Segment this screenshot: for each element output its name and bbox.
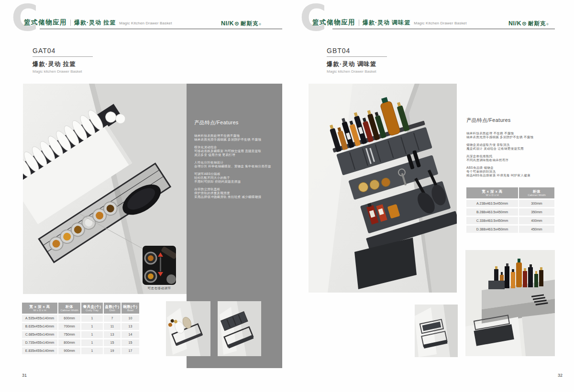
- table-cell: C.338x463.5x450mm: [466, 217, 518, 224]
- table-cell: 700mm: [58, 323, 80, 330]
- table-header-en: W x D x H: [466, 194, 518, 197]
- table-cell: E.835x455x140mm: [22, 348, 57, 354]
- features-list: 纳米科技表面处理 不生锈 不腐蚀 纳米表面光滑手感细腻 多层防护不生锈 不腐蚀储…: [466, 131, 555, 177]
- header-divider: [70, 20, 71, 26]
- table-header-cell: 柜体 Cabinet Width: [519, 187, 554, 198]
- features-right: 产品特点/Features 纳米科技表面处理 不生锈 不腐蚀 纳米表面光滑手感细…: [466, 117, 555, 181]
- features-title: 产品特点/Features: [194, 120, 276, 126]
- header-subtitle-en: Magic Kitchen Drawer Basket: [119, 21, 172, 25]
- table-header-row: 宽 x 深 x 高 W x D x H 柜体 Cabinet Width: [466, 187, 554, 198]
- table-header-en: W x D x H: [22, 309, 57, 312]
- registered-mark: ®: [259, 23, 261, 26]
- table-header-cn: 宽 x 深 x 高: [22, 305, 57, 309]
- product-code-rule: [327, 56, 387, 57]
- table-header-en: Bowl: [121, 309, 139, 312]
- table-cell: B.288x463.5x450mm: [466, 208, 518, 216]
- table-row: D.735x455x140mm 800mm 1 15 15: [22, 339, 139, 346]
- table-cell: 1: [81, 348, 103, 354]
- feature-block: 模块化灵动组合 可移动底板及碗碟架 均可独立使用 且随意提取 灵活多变 使用方便…: [194, 145, 276, 157]
- table-header-row: 宽 x 深 x 高 W x D x H 柜体 Cabinet Width 餐具盒…: [22, 303, 139, 314]
- table-cell: 450mm: [519, 226, 554, 233]
- table-header-cn: 柜体: [519, 189, 554, 194]
- table-cell: 1: [81, 331, 103, 338]
- table-cell: 17: [121, 348, 139, 354]
- product-block-left: GAT04 爆款·灵动 拉篮 Magic kitchen Drawer Bask…: [33, 47, 93, 74]
- feature-block: 纳米科技表面处理 不生锈 不腐蚀 纳米表面光滑手感细腻 多层防护不生锈 不腐蚀: [466, 131, 555, 139]
- table-header-cn: 盘数(个): [104, 305, 121, 309]
- logo-o-icon: ⊙: [234, 20, 239, 27]
- product-block-right: GBT04 爆款·灵动 调味篮 Magic kitchen Drawer Bas…: [327, 47, 387, 74]
- table-header-cn: 宽 x 深 x 高: [466, 189, 518, 194]
- small-photo-left-2: [218, 301, 261, 356]
- table-row: B.635x455x140mm 700mm 1 11 13: [22, 323, 139, 330]
- features-list: 纳米科技表面处理不生锈不腐蚀 纳米表面光滑手感细腻 多层防护不生锈 不腐蚀模块化…: [194, 134, 276, 199]
- page-header-right: 篮式储物应用 爆款·灵动 调味篮 Magic Kitchen Drawer Ba…: [312, 18, 467, 27]
- table-cell: D.735x455x140mm: [22, 339, 57, 346]
- spec-table-left: 宽 x 深 x 高 W x D x H 柜体 Cabinet Width 餐具盒…: [22, 303, 139, 354]
- feature-block: ABS食品级 储物盒 每个可单独拆卸清洗 精选ABS食品级材质 环保无毒 呵护家…: [466, 166, 555, 177]
- table-body: A.238x463.5x450mm 300mm B.288x463.5x450m…: [466, 200, 554, 233]
- product-name-en: Magic kitchen Drawer Basket: [33, 69, 93, 74]
- table-header-cn: 碗数(个): [121, 305, 139, 309]
- product-code-rule: [33, 56, 93, 57]
- table-header-cell: 宽 x 深 x 高 W x D x H: [466, 187, 518, 198]
- registered-mark: ®: [546, 23, 548, 26]
- product-name: 爆款·灵动 拉篮: [33, 60, 93, 68]
- table-cell: 10: [121, 315, 139, 322]
- product-code: GBT04: [327, 47, 387, 54]
- table-cell: 15: [121, 339, 139, 346]
- tall-photo-right: [465, 250, 555, 356]
- catalog-spread: C 篮式储物应用 爆款·灵动 拉篮 Magic Kitchen Drawer B…: [0, 0, 574, 392]
- logo-cn-text: 耐斯克: [528, 20, 546, 27]
- feature-block: 储物盒灵动提取方便 拿取清洗 魔盒式设计 灵动组合 让收纳更便捷实用: [466, 143, 555, 151]
- feature-block: 高深盒体低矮瓶托 不同高度调味瓶收纳井然有序: [466, 154, 555, 162]
- table-cell: 7: [104, 315, 121, 322]
- table-cell: 15: [104, 339, 121, 346]
- countertop-illustration: [465, 250, 555, 356]
- logo-cn-text: 耐斯克: [241, 20, 259, 27]
- table-cell: 1: [81, 339, 103, 346]
- feature-block: 人性化分区收纳设计 合理分区 科学收纳碗碟架、置物盒 集中收纳分类存放: [194, 161, 276, 168]
- table-row: E.835x455x140mm 900mm 1 19 17: [22, 348, 139, 354]
- small-photo-right: [415, 305, 458, 357]
- table-cell: A.238x463.5x450mm: [466, 200, 518, 207]
- table-header-cell: 宽 x 深 x 高 W x D x H: [22, 303, 57, 314]
- table-body: A.535x455x140mm 600mm 1 7 10 B.635x455x1…: [22, 315, 139, 354]
- logo-o-icon: ⊙: [522, 20, 527, 27]
- header-subtitle-en: Magic Kitchen Drawer Basket: [414, 21, 466, 25]
- nisko-logo: NI/K ⊙ 耐斯克 ®: [508, 20, 549, 27]
- spice-basket-illustration: [309, 84, 457, 293]
- table-cell: 14: [121, 331, 139, 338]
- section-title: 篮式储物应用: [24, 18, 67, 27]
- table-cell: 300mm: [519, 200, 554, 207]
- table-header-cn: 柜体: [58, 305, 80, 309]
- table-cell: 13: [104, 331, 121, 338]
- table-cell: 600mm: [58, 315, 80, 322]
- table-header-en: Cutly Tray: [81, 309, 103, 312]
- product-name: 爆款·灵动 调味篮: [327, 60, 387, 68]
- table-header-en: Cabinet Width: [58, 309, 80, 312]
- table-header-cell: 碗数(个) Bowl: [121, 303, 139, 314]
- table-cell: 900mm: [58, 348, 80, 354]
- table-cell: 11: [104, 323, 121, 330]
- header-subtitle: 爆款·灵动 调味篮: [363, 19, 410, 27]
- inset-detail-photo: [143, 246, 176, 285]
- features-left: 产品特点/Features 纳米科技表面处理不生锈不腐蚀 纳米表面光滑手感细腻 …: [194, 120, 276, 203]
- page-number-left: 31: [22, 373, 27, 378]
- table-cell: D.388x463.5x450mm: [466, 226, 518, 233]
- feature-block: 纳米科技表面处理不生锈不腐蚀 纳米表面光滑手感细腻 多层防护不生锈 不腐蚀: [194, 134, 276, 142]
- table-cell: 800mm: [58, 339, 80, 346]
- logo-latin-text: NI/K: [508, 20, 521, 27]
- table-cell: 1: [81, 323, 103, 330]
- table-cell: 13: [121, 323, 139, 330]
- basket-thumb-illustration: [218, 301, 261, 356]
- table-cell: 400mm: [519, 217, 554, 224]
- adjustment-detail-illustration: [143, 246, 176, 285]
- table-cell: 1: [81, 315, 103, 322]
- table-cell: B.635x455x140mm: [22, 323, 57, 330]
- table-row: B.288x463.5x450mm 350mm: [466, 208, 554, 216]
- table-row: C.685x455x140mm 750mm 1 13 14: [22, 331, 139, 338]
- header-rule: [40, 29, 282, 29]
- features-title: 产品特点/Features: [466, 117, 555, 124]
- table-row: A.238x463.5x450mm 300mm: [466, 200, 554, 207]
